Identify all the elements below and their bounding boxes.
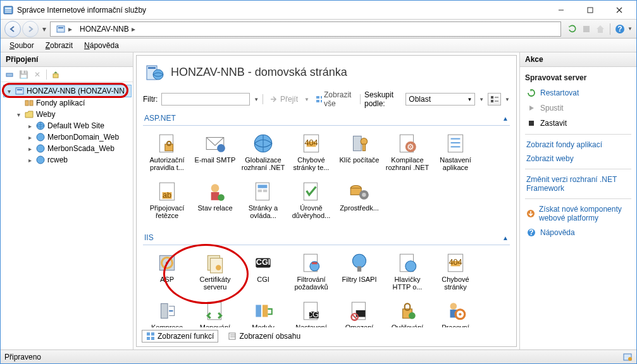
action-change-net[interactable]: Změnit verzi rozhraní .NET Framework [525, 173, 631, 195]
feature-auth-rules[interactable]: Autorizační pravidla t... [143, 131, 191, 179]
help-icon[interactable]: ? [614, 23, 626, 35]
feature-server-certs[interactable]: Certifikáty serveru [191, 250, 239, 298]
connections-tree[interactable]: ▾ HONZAV-NNB (HONZAV-NN Fondy aplikací ▾… [1, 82, 133, 349]
menu-soubor[interactable]: SSouboroubor [4, 40, 39, 51]
expand-icon[interactable]: ▸ [26, 145, 34, 152]
feature-error-pages[interactable]: 404Chybové stránky [431, 250, 479, 298]
chevron-down-icon[interactable]: ▼ [254, 97, 259, 102]
feature-modules[interactable]: Moduly [239, 298, 287, 327]
chevron-down-icon[interactable]: ▼ [505, 97, 510, 102]
tree-site-default[interactable]: ▸ Default Web Site [25, 120, 132, 131]
feature-fastcgi[interactable]: CGINastavení FastCGI [287, 298, 335, 327]
feature-isapi-cgi-restrict[interactable]: Omezení ISAPI a CGI [335, 298, 383, 327]
close-button[interactable] [605, 1, 634, 20]
action-restart[interactable]: Restartovat [525, 86, 631, 100]
menu-zobrazit[interactable]: Zobrazit [40, 40, 78, 51]
svg-rect-25 [148, 67, 156, 69]
menu-napoveda[interactable]: Nápověda [79, 40, 124, 51]
config-icon[interactable] [622, 352, 633, 362]
tree-app-pools[interactable]: Fondy aplikací [13, 97, 132, 109]
addressbar[interactable]: ▸ HONZAV-NNB ▸ [50, 21, 561, 37]
feature-machine-key[interactable]: Klíč počítače [335, 131, 383, 179]
feature-cgi[interactable]: CGICGI [239, 250, 287, 298]
connections-panel: Připojení 💾 ✕ ▾ HONZAV-NNB (HONZAV-NN [1, 52, 133, 349]
actions-panel: Akce Spravovat server Restartovat Spusti… [519, 52, 636, 349]
svg-rect-28 [321, 96, 322, 99]
svg-text:CGI: CGI [256, 258, 271, 267]
breadcrumb-server[interactable]: HONZAV-NNB ▸ [77, 25, 138, 33]
group-iis[interactable]: IIS ▲ [143, 231, 510, 245]
expand-icon[interactable]: ▸ [26, 122, 34, 130]
delete-icon[interactable]: ✕ [31, 68, 44, 81]
feature-http-headers[interactable]: Hlavičky HTTP o... [383, 250, 431, 298]
tree-site-merbon-scada[interactable]: ▸ MerbonScada_Web [25, 143, 132, 154]
stop-icon[interactable] [580, 23, 593, 35]
globalization-icon [252, 132, 275, 155]
tree-sites[interactable]: ▾ Weby [13, 109, 132, 120]
tree-site-rcweb[interactable]: ▸ rcweb [25, 154, 132, 166]
group-by-select[interactable]: Oblast ▼ [405, 93, 475, 106]
feature-worker-processes[interactable]: Pracovní procesy [431, 298, 479, 327]
collapse-icon[interactable]: ▾ [15, 111, 22, 118]
group-aspnet[interactable]: ASP.NET ▲ [143, 111, 510, 126]
collapse-icon[interactable]: ▾ [5, 87, 13, 95]
action-stop[interactable]: Zastavit [525, 116, 631, 130]
feature-request-filtering[interactable]: Filtrování požadavků [287, 250, 335, 298]
expand-icon[interactable]: ▸ [26, 156, 34, 164]
feature-globalization[interactable]: Globalizace rozhraní .NET [239, 131, 287, 179]
svg-rect-27 [316, 96, 319, 99]
collapse-icon[interactable]: ▲ [502, 234, 509, 241]
nav-forward-button[interactable] [22, 21, 39, 37]
feature-pages-controls[interactable]: Stránky a ovláda... [239, 179, 287, 227]
feature-error-pages-net[interactable]: 404Chybové stránky te... [287, 131, 335, 179]
chevron-down-icon[interactable]: ▼ [628, 26, 633, 32]
chevron-down-icon[interactable]: ▼ [304, 97, 309, 102]
feature-isapi-filters[interactable]: Filtry ISAPI [335, 250, 383, 298]
feature-session-state[interactable]: Stav relace [191, 179, 239, 227]
feature-label: Komprese [151, 324, 183, 327]
action-view-app-pools[interactable]: Zobrazit fondy aplikací [525, 138, 631, 151]
feature-handler-mappings[interactable]: Mapování obslužný... [191, 298, 239, 327]
collapse-icon[interactable]: ▲ [502, 115, 509, 122]
feature-compression[interactable]: Komprese [143, 298, 191, 327]
go-button[interactable]: Přejít [267, 94, 300, 104]
feature-app-settings[interactable]: Nastavení aplikace [431, 131, 479, 179]
feature-scroll[interactable]: ASP.NET ▲ Autorizační pravidla t...E-mai… [138, 111, 515, 327]
show-all-button[interactable]: Zobrazit vše [313, 90, 356, 109]
tree-server-node[interactable]: ▾ HONZAV-NNB (HONZAV-NN [3, 85, 132, 97]
expand-icon[interactable]: ▸ [26, 133, 34, 141]
nav-back-button[interactable] [4, 21, 21, 37]
action-help[interactable]: ? Nápověda [525, 226, 631, 240]
action-view-sites[interactable]: Zobrazit weby [525, 152, 631, 165]
status-text: Připraveno [4, 353, 41, 361]
window-title: Správce Internetové informační služby [17, 6, 547, 15]
svg-rect-110 [229, 333, 235, 339]
filter-input[interactable] [161, 93, 250, 106]
feature-authentication[interactable]: Ověřování [383, 298, 431, 327]
compression-icon [156, 300, 178, 322]
up-icon[interactable] [49, 68, 62, 81]
feature-connection-strings[interactable]: abPřipojovací řetězce [143, 179, 191, 227]
feature-providers[interactable]: Zprostředk... [335, 179, 383, 227]
minimize-button[interactable] [547, 1, 576, 20]
svg-rect-113 [529, 121, 534, 126]
save-icon[interactable]: 💾 [17, 68, 30, 81]
chevron-down-icon[interactable]: ▼ [479, 97, 484, 102]
home-icon[interactable] [594, 23, 607, 35]
view-mode-button[interactable] [488, 93, 501, 106]
action-start[interactable]: Spustit [525, 101, 631, 115]
feature-asp[interactable]: ASP [143, 250, 191, 298]
play-icon [526, 103, 536, 113]
feature-compilation[interactable]: ⚙Kompilace rozhraní .NET [383, 131, 431, 179]
refresh-double-icon[interactable] [566, 23, 579, 35]
feature-label: Nastavení FastCGI [288, 324, 334, 327]
tree-site-merbon-domain[interactable]: ▸ MerbonDomain_Web [25, 131, 132, 143]
feature-email-smtp[interactable]: E-mail SMTP [191, 131, 239, 179]
nav-history-dropdown[interactable]: ▾ [40, 21, 49, 37]
tab-content-view[interactable]: Zobrazení obsahu [223, 330, 305, 343]
connect-icon[interactable] [3, 68, 16, 81]
tab-features-view[interactable]: Zobrazení funkcí [142, 330, 218, 343]
feature-trust-levels[interactable]: Úrovně důvěryhod... [287, 179, 335, 227]
action-get-components[interactable]: Získat nové komponenty webové platformy [525, 203, 631, 224]
maximize-button[interactable] [576, 1, 605, 20]
